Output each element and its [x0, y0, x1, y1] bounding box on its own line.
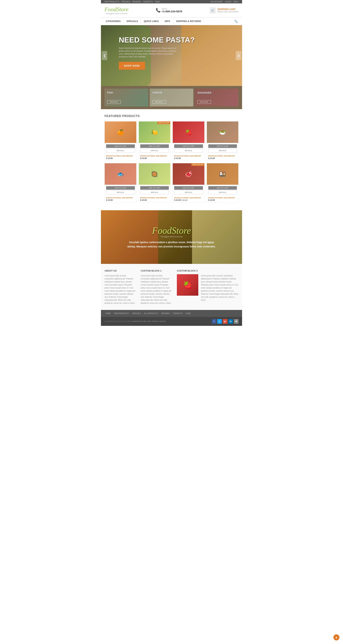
add-to-cart-button-1[interactable]: ADD TO CART [140, 144, 169, 148]
nav-reviews[interactable]: REVIEWS [132, 1, 141, 3]
hero-shop-now-button[interactable]: SHOP NOW! [119, 62, 145, 70]
logo-tagline: The biggest choice on the web [104, 13, 128, 14]
linkedin-icon[interactable]: in [228, 319, 233, 324]
product-actions-3: ADD TO CARTDETAILS [207, 143, 238, 154]
product-card-1: 🍋SAVE: 20% OFFADD TO CARTDETAILSEPSUM FA… [139, 121, 170, 161]
details-button-5[interactable]: DETAILS [140, 190, 169, 194]
product-card-7: 🍱ADD TO CARTDETAILSEPSUM FACTORIAL NON D… [207, 163, 239, 203]
product-image-1: 🍋SAVE: 20% OFF [139, 122, 170, 143]
product-name-1: EPSUM FACTORIAL NON DEPOSIT [139, 154, 170, 157]
details-button-0[interactable]: DETAILS [106, 149, 135, 152]
nav-info[interactable]: INFO [162, 18, 173, 25]
google-plus-icon[interactable]: g+ [223, 319, 228, 324]
footer-nav-specials[interactable]: SPECIALS [131, 312, 142, 314]
site-header: FoodStore The biggest choice on the web … [101, 4, 242, 17]
nav-specials-main[interactable]: SPECIALS [124, 18, 141, 25]
email-icon[interactable]: ✉ [234, 319, 238, 324]
product-card-2: 🍓ADD TO CARTDETAILSEPSUM FACTORIAL NON D… [172, 121, 204, 161]
footer-nav-reviews[interactable]: REVIEWS [160, 312, 170, 314]
product-actions-2: ADD TO CARTDETAILS [173, 143, 204, 154]
slider-prev-button[interactable]: ❮ [102, 51, 107, 60]
phone-number: +1-800-234-5678 [162, 10, 182, 13]
cart-icon: 🛒 [210, 7, 216, 14]
category-section: FISH BROWSE CHEESE BROWSE SAUSAGES BROWS… [101, 86, 242, 109]
product-name-3: EPSUM FACTORIAL NON DEPOSIT [207, 154, 238, 157]
product-name-0: EPSUM FACTORIAL NON DEPOSIT [105, 154, 136, 157]
details-button-4[interactable]: DETAILS [106, 190, 135, 194]
footer-custom2-text: Lorem ipsum dolor sit amet, consectetur … [201, 274, 238, 302]
category-card-cheese: CHEESE BROWSE [150, 88, 194, 106]
shopping-cart-area[interactable]: 🛒 SHOPPING CART: Now in your cart 0 item… [210, 7, 238, 14]
product-image-0: 🍊 [105, 122, 136, 143]
add-to-cart-button-6[interactable]: ADD TO CART [174, 186, 203, 190]
privacy-link[interactable]: PRIVACY NOTICE [152, 320, 166, 322]
logo[interactable]: FoodStore The biggest choice on the web [104, 6, 128, 14]
header-contact: 📞 Call us: +1-800-234-5678 [156, 8, 182, 13]
details-button-2[interactable]: DETAILS [174, 149, 203, 152]
nav-quick-links[interactable]: QUICK LINKS [141, 18, 162, 25]
add-to-cart-button-5[interactable]: ADD TO CART [140, 186, 169, 190]
sausages-label: SAUSAGES [198, 91, 212, 94]
login-link[interactable]: LOG IN [225, 1, 231, 3]
product-image-5: 🥘 [139, 163, 170, 185]
footer-custom2-image: 🍓 [177, 274, 198, 296]
footer-about-col: ABOUT US Lorem ipsum dolor sit amet, con… [104, 270, 136, 304]
product-image-6: 🥩SAVE: 20% OFF [173, 163, 204, 185]
featured-products-section: FEATURED PRODUCTS 🍊ADD TO CARTDETAILSEPS… [101, 109, 242, 210]
my-account-link[interactable]: MY ACCOUNT [211, 1, 223, 3]
banner-logo-normal: Food [152, 226, 172, 236]
nav-contacts[interactable]: CONTACTS [143, 1, 153, 3]
product-name-7: EPSUM FACTORIAL NON DEPOSIT [207, 196, 238, 199]
footer-nav-faqs[interactable]: FAQS [185, 312, 192, 314]
add-to-cart-button-0[interactable]: ADD TO CART [106, 144, 135, 148]
product-price-2: $ 24.99 [173, 157, 204, 161]
footer-custom1-title: CUSTOM BLOCK 1 [141, 270, 172, 272]
add-to-cart-button-7[interactable]: ADD TO CART [208, 186, 237, 190]
nav-specials[interactable]: SPECIALS [122, 1, 130, 3]
nav-faqs[interactable]: FAQS [155, 1, 160, 3]
details-button-1[interactable]: DETAILS [140, 149, 169, 152]
social-icons: f t g+ in ✉ [212, 319, 238, 324]
footer-nav-home[interactable]: HOME [104, 312, 112, 314]
fish-browse-button[interactable]: BROWSE [107, 100, 121, 104]
details-button-7[interactable]: DETAILS [208, 190, 237, 194]
sausages-browse-button[interactable]: BROWSE [198, 100, 211, 104]
footer-nav-new-products[interactable]: NEW PRODUCTS [113, 312, 130, 314]
nav-categories[interactable]: CATEGORIES [103, 18, 124, 25]
hero-slider: NEED SOME PASTA? Epsum factorial non dep… [101, 25, 242, 86]
nav-new-products[interactable]: NEW PRODUCTS [104, 1, 119, 3]
save-badge-1: SAVE: 20% OFF [158, 122, 170, 124]
footer-nav-all-products[interactable]: ALL PRODUCTS [144, 312, 159, 314]
banner-text: Souvlaki ignitus carborundum e pluribus … [125, 240, 218, 249]
products-grid-row1: 🍊ADD TO CARTDETAILSEPSUM FACTORIAL NON D… [104, 121, 238, 161]
product-thumbnail-1: 🍋 [139, 122, 170, 143]
product-price-7: $ 24.99 [207, 199, 238, 202]
currency-selector[interactable]: USD ▾ [233, 1, 238, 3]
add-to-cart-button-2[interactable]: ADD TO CART [174, 144, 203, 148]
footer-nav-contacts[interactable]: CONTACTS [172, 312, 184, 314]
nav-shipping[interactable]: SHIPPING & RETURNS [173, 18, 204, 25]
add-to-cart-button-4[interactable]: ADD TO CART [106, 186, 135, 190]
add-to-cart-button-3[interactable]: ADD TO CART [208, 144, 237, 148]
product-thumbnail-2: 🍓 [173, 122, 204, 143]
product-actions-4: ADD TO CARTDETAILS [105, 185, 136, 196]
top-bar: NEW PRODUCTS SPECIALS REVIEWS CONTACTS F… [101, 0, 242, 4]
footer-custom1-col: CUSTOM BLOCK 1 Lorem ipsum dolor sit ame… [141, 270, 172, 304]
search-icon[interactable]: 🔍 [232, 18, 240, 25]
cheese-browse-button[interactable]: BROWSE [152, 100, 166, 104]
footer-nav: HOME / NEW PRODUCTS / SPECIALS / ALL PRO… [101, 310, 242, 317]
details-button-6[interactable]: DETAILS [174, 190, 203, 194]
product-card-3: 🥗ADD TO CARTDETAILSEPSUM FACTORIAL NON D… [207, 121, 239, 161]
details-button-3[interactable]: DETAILS [208, 149, 237, 152]
logo-text-normal: Food [104, 6, 117, 12]
twitter-icon[interactable]: t [217, 319, 222, 324]
footer-custom2-title: CUSTOM BLOCK 2 [177, 270, 238, 272]
hero-content: NEED SOME PASTA? Epsum factorial non dep… [119, 36, 195, 70]
footer-custom2-col: CUSTOM BLOCK 2 🍓 Lorem ipsum dolor sit a… [177, 270, 238, 304]
powered-by-link[interactable]: POWERED BY ZEN CART [132, 320, 151, 322]
facebook-icon[interactable]: f [212, 319, 216, 324]
cart-label: SHOPPING CART: [218, 8, 238, 10]
slider-next-button[interactable]: ❯ [236, 51, 241, 60]
product-name-2: EPSUM FACTORIAL NON DEPOSIT [173, 154, 204, 157]
banner-section: FoodStore The biggest choice on the web … [101, 210, 242, 264]
